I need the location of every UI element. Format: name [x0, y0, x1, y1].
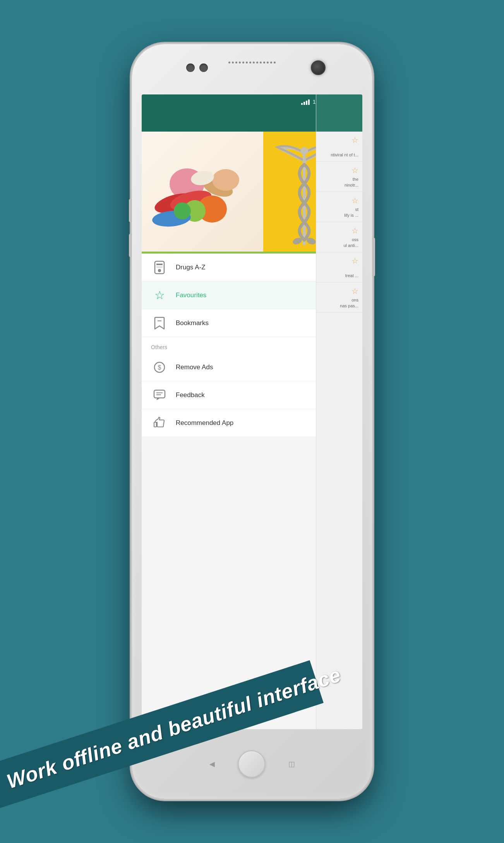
star-icon-4: ☆: [351, 226, 358, 235]
right-item-text-5: treat ...: [345, 273, 358, 278]
signal-bar-3: [306, 101, 307, 105]
bookmark-icon: [151, 315, 168, 332]
home-button[interactable]: [238, 750, 265, 778]
star-icon-1: ☆: [351, 135, 358, 145]
bookmark-icon-svg: [154, 317, 165, 330]
right-panel-item-3: ☆ stlify is ...: [316, 192, 362, 222]
feedback-label: Feedback: [176, 391, 205, 399]
bookmarks-label: Bookmarks: [176, 319, 209, 327]
right-panel-item-6: ☆ onsnas pas...: [316, 283, 362, 313]
right-panel: ☆ ntiviral nt of t... ☆ theninotr... ☆ s…: [316, 94, 362, 729]
rear-camera: [311, 60, 326, 75]
svg-rect-15: [156, 264, 163, 265]
right-item-text-2: theninotr...: [345, 176, 358, 188]
right-item-text-1: ntiviral nt of t...: [331, 152, 358, 158]
svg-point-17: [158, 269, 161, 272]
svg-text:$: $: [158, 364, 161, 371]
power-button[interactable]: [372, 238, 375, 276]
right-panel-item-2: ☆ theninotr...: [316, 162, 362, 192]
svg-point-9: [174, 202, 191, 219]
svg-point-11: [300, 147, 308, 155]
volume-down-button[interactable]: [129, 234, 132, 257]
star-icon-menu: ☆: [151, 287, 168, 304]
pill-icon: [151, 259, 168, 276]
dollar-icon-svg: $: [153, 361, 166, 374]
hero-left-pills: [142, 132, 263, 252]
star-icon-3: ☆: [351, 196, 358, 205]
recents-button[interactable]: ◫: [288, 760, 295, 768]
volume-up-button[interactable]: [129, 199, 132, 222]
right-panel-item-1: ☆ ntiviral nt of t...: [316, 132, 362, 162]
speaker-grill: [228, 62, 276, 63]
recommended-app-label: Recommended App: [176, 419, 233, 427]
signal-bar-4: [308, 99, 310, 105]
phone-screen: ☆ ntiviral nt of t... ☆ theninotr... ☆ s…: [142, 94, 362, 729]
drugs-az-label: Drugs A-Z: [176, 264, 206, 271]
right-item-text-3: stlify is ...: [344, 207, 358, 218]
remove-ads-label: Remove Ads: [176, 363, 213, 371]
pills-svg: [152, 145, 253, 238]
thumb-up-icon: [151, 415, 168, 432]
favourites-label: Favourites: [176, 291, 206, 299]
svg-rect-21: [154, 390, 165, 398]
right-panel-item-5: ☆ treat ...: [316, 252, 362, 283]
svg-rect-16: [156, 266, 163, 268]
signal-bar-2: [303, 102, 305, 105]
front-camera-left: [186, 63, 208, 72]
phone-top: [132, 44, 372, 94]
drugs-icon-svg: [153, 260, 166, 274]
svg-rect-24: [154, 422, 156, 427]
feedback-icon-svg: [153, 389, 166, 401]
camera-dot-1: [186, 63, 195, 72]
right-panel-header: [316, 94, 362, 132]
svg-point-7: [212, 169, 239, 191]
right-item-text-4: ossul anti...: [343, 237, 358, 248]
right-item-text-6: onsnas pas...: [340, 297, 358, 308]
right-panel-item-4: ☆ ossul anti...: [316, 222, 362, 252]
camera-dot-2: [199, 63, 208, 72]
thumb-up-icon-svg: [153, 417, 166, 429]
star-icon-2: ☆: [351, 166, 358, 175]
star-icon-5: ☆: [351, 256, 358, 266]
signal-indicator: [301, 99, 310, 105]
star-icon-6: ☆: [351, 286, 358, 296]
feedback-icon: [151, 387, 168, 404]
back-button[interactable]: ◀: [209, 760, 215, 768]
dollar-icon: $: [151, 359, 168, 376]
signal-bar-1: [301, 103, 303, 105]
